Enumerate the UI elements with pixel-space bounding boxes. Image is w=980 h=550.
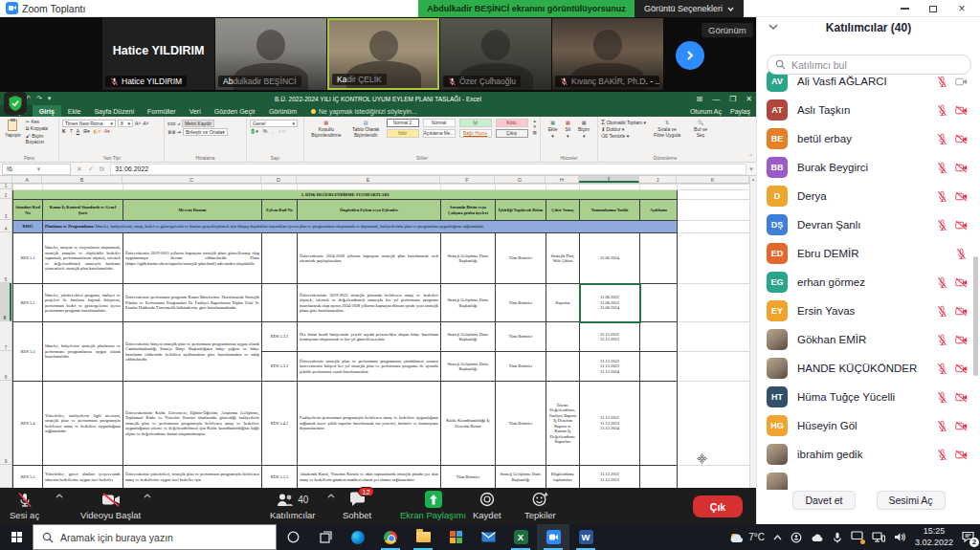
cell-F5[interactable]: Strateji Geliştirme Daire Başkanlığı — [441, 233, 496, 284]
zoom-taskbar-icon[interactable] — [537, 524, 569, 550]
italic-button[interactable]: T — [70, 128, 73, 134]
excel-restore-button[interactable]: ❒ — [729, 95, 736, 103]
cell-G7[interactable]: Tüm Birimler — [496, 322, 546, 352]
name-box[interactable]: I6▾ — [2, 164, 71, 175]
cell-C5[interactable]: Üniversitemiz 2019-2023 yıllarını kapsay… — [123, 233, 262, 284]
cell-F6[interactable]: Strateji Geliştirme Daire Başkanlığı — [441, 284, 496, 322]
autosum-button[interactable]: Σ Otomatik Toplam ▾ — [601, 119, 646, 125]
cell-E9[interactable]: Faaliyetlerin performans programıyla bel… — [298, 382, 441, 466]
sign-in-button[interactable]: Oturum Aç — [690, 108, 722, 115]
cell-G8[interactable]: Tüm Birimler — [496, 352, 546, 382]
cell-B10[interactable]: Yöneticiler, görev alanları çerçevesinde… — [43, 466, 123, 489]
cancel-icon[interactable]: ✕ — [77, 165, 82, 173]
cell-J9[interactable] — [640, 382, 678, 466]
c ell-J6[interactable] — [640, 284, 678, 322]
fill-button[interactable]: ⬇ Doldur ▾ — [601, 126, 646, 132]
col-D[interactable]: D — [261, 176, 297, 183]
cell-G5[interactable]: Tüm Birimler — [496, 233, 546, 284]
tab-sayfa-duzeni[interactable]: Sayfa Düzeni — [87, 105, 141, 117]
video-tile-ozer[interactable]: Özer Çulhaoğlu — [440, 18, 551, 90]
col-H[interactable]: H — [546, 176, 579, 183]
header-cell[interactable]: Tamamlanma Tarihi — [580, 200, 640, 221]
cut-button[interactable]: ✂ Kes — [26, 119, 56, 124]
cell-F9[interactable]: Kalite Koordinatörlüğü İç Denetim Birimi — [441, 382, 496, 466]
mute-options-chevron-icon[interactable] — [56, 494, 63, 498]
row-5[interactable]: 5 — [0, 232, 11, 283]
style-gallery-arrows[interactable]: ▲▼▦ — [533, 119, 537, 135]
header-cell[interactable]: Sorumlu Birim veya Çalışma grubu üyeleri — [441, 200, 496, 221]
row-10[interactable] — [0, 465, 11, 488]
cell-I10[interactable]: 31.12.2022 31.12.2023 — [580, 466, 640, 489]
notification-center-button[interactable]: 2 — [962, 531, 974, 544]
start-video-button[interactable]: Videoyu Başlat — [80, 491, 141, 520]
weather-widget[interactable]: 7°C — [729, 532, 765, 543]
cell-D5[interactable] — [262, 233, 298, 284]
video-tile-kivanc[interactable]: Kıvanç BAKİR, Ph.D. - ... — [552, 18, 663, 90]
participant-row[interactable]: EY Ersin Yavas — [757, 297, 980, 325]
cell-B5[interactable]: İdareler, misyon ve vizyonlarını oluştur… — [43, 233, 123, 284]
participant-row[interactable]: HANDE KÜÇÜKÖNDER — [757, 354, 980, 383]
currency-icon[interactable]: 💲▾ — [250, 128, 258, 134]
tab-gozden-gecir[interactable]: Gözden Geçir — [208, 105, 262, 117]
col-K[interactable]: K — [677, 176, 749, 183]
video-tile-hatice[interactable]: Hatice YILDIRIM Hatice YILDIRIM — [102, 18, 214, 90]
format-as-table-button[interactable]: ▤Tablo Olarak Biçimlendir — [348, 119, 384, 139]
cell-style-kotu[interactable]: Kötü — [496, 119, 528, 127]
participants-chevron-icon[interactable] — [327, 494, 335, 498]
cell-style-cikis[interactable]: Çıkış — [496, 129, 528, 138]
col-J[interactable]: J — [639, 176, 677, 183]
col-I-selected[interactable]: I — [579, 176, 639, 183]
cell-B4-merged[interactable]: Planlama ve Programlama: İdareler, faali… — [43, 221, 678, 233]
row-2[interactable]: 2 — [0, 189, 11, 199]
cortana-button[interactable] — [277, 524, 309, 550]
shrink-font-icon[interactable]: A˅ — [143, 121, 148, 126]
cell-D9[interactable]: RDS 5.4.1 — [262, 382, 298, 466]
participant-row[interactable]: HG Hüseyin Göl — [757, 411, 980, 440]
fill-color-icon[interactable]: ◧▾ — [94, 128, 100, 134]
participant-row[interactable]: BB Burak Beygirci — [757, 153, 980, 182]
formula-input[interactable]: 31.06.2022 — [110, 164, 746, 175]
participant-row[interactable]: D Derya — [757, 182, 980, 210]
ribbon-options-icon[interactable]: ⊞ — [696, 95, 702, 103]
cell-F8[interactable]: Strateji Geliştirme Daire Başkanlığı — [441, 352, 496, 382]
excel-close-button[interactable]: ✕ — [746, 95, 752, 103]
onedrive-tray-icon[interactable] — [811, 533, 824, 542]
indent-icons[interactable]: ≣≣ ⇥ — [167, 129, 181, 135]
col-C[interactable]: C — [122, 176, 261, 183]
cell-style-normal[interactable]: Normal — [423, 119, 456, 127]
cell-I8[interactable]: 31.12.2022 31.12.2023 31.12.2024 — [580, 352, 640, 382]
participants-button[interactable]: 40 Katılımcılar — [270, 491, 316, 520]
cell-J7[interactable] — [640, 322, 678, 352]
grow-font-icon[interactable]: A˄ — [135, 121, 141, 126]
col-B[interactable]: B — [42, 176, 122, 183]
bold-button[interactable]: K — [62, 128, 66, 134]
participant-row[interactable]: AT Aslı Taşkın — [757, 96, 980, 124]
formula-expand-icon[interactable]: ▾ — [746, 165, 756, 173]
cell-E7[interactable]: Her birim kendi bünyesinde yeterli sayıd… — [298, 322, 441, 352]
cell-style-normal2[interactable]: Normal 2 — [387, 119, 419, 127]
number-format-select[interactable]: Genel▾ — [250, 120, 298, 127]
cell-E10[interactable]: Akademik Kurul, Yönetim Kurulu ve idari … — [298, 466, 441, 489]
header-cell[interactable]: Mevcut Durum — [123, 200, 262, 221]
invite-button[interactable]: Davet et — [792, 491, 855, 510]
excel-taskbar-icon[interactable]: X — [504, 524, 537, 550]
cell-H10[interactable]: Bilgilendirme toplantıları — [546, 466, 580, 489]
cell-A9[interactable]: RDS 5.4 — [13, 382, 43, 466]
cell-B6[interactable]: İdareler, yürütecekleri program, faaliye… — [43, 284, 123, 322]
chat-button[interactable]: 12 Sohbet — [343, 491, 371, 520]
cell-A4[interactable]: RDS5 — [13, 221, 43, 233]
chrome-taskbar-icon[interactable] — [374, 524, 407, 550]
tab-formuller[interactable]: Formüller — [141, 105, 183, 117]
view-options-button[interactable]: Görüntü Seçenekleri — [635, 0, 744, 17]
unmute-button[interactable]: Sesi aç — [10, 491, 39, 520]
volume-tray-icon[interactable] — [894, 532, 906, 542]
cell-E5[interactable]: Üniversitemiz 2024-2028 yıllarını kapsay… — [298, 233, 441, 284]
participant-row[interactable] — [757, 469, 980, 490]
cell-D7[interactable]: RDS 5.3.1 — [262, 322, 298, 352]
underline-button[interactable]: A — [77, 128, 79, 134]
cell-B9[interactable]: Yöneticiler, faaliyetlerin ilgili mevzua… — [43, 382, 123, 466]
cell-C7-merged[interactable]: Üniversitemiz bütçesi stratejik plan ve … — [123, 322, 262, 382]
cell-D8[interactable]: RDS 5.3.2 — [262, 352, 298, 382]
minimize-button[interactable] — [890, 0, 919, 17]
excel-vertical-scrollbar[interactable]: ▴ — [749, 176, 756, 488]
